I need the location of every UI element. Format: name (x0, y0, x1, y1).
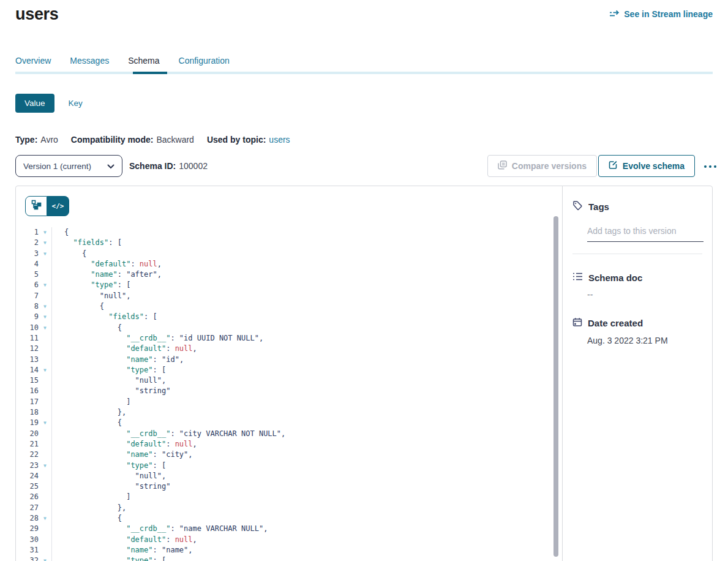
line-number: 11 (16, 333, 39, 344)
tags-heading-label: Tags (588, 201, 609, 212)
add-tags-input[interactable] (587, 226, 704, 242)
code-text: "default": null, (51, 259, 562, 269)
see-in-stream-lineage-link[interactable]: See in Stream lineage (609, 9, 713, 19)
code-line: 19▼ { (16, 418, 562, 428)
tab-messages[interactable]: Messages (70, 56, 109, 68)
code-line: 27 }, (16, 503, 562, 513)
code-text: "default": null, (51, 535, 562, 545)
fold-toggle-icon[interactable]: ▼ (39, 312, 51, 322)
schema-type: Type:Avro (15, 135, 58, 145)
code-text: "__crdb__": "id UUID NOT NULL", (51, 333, 562, 344)
line-number: 14 (16, 365, 39, 375)
code-text: ] (51, 397, 562, 407)
version-dropdown[interactable]: Version 1 (current) (15, 155, 122, 177)
code-line: 30 "default": null, (16, 535, 562, 545)
line-number: 5 (16, 269, 39, 280)
fold-toggle-icon[interactable]: ▼ (39, 249, 51, 259)
tab-overview[interactable]: Overview (15, 56, 51, 68)
code-line: 11 "__crdb__": "id UUID NOT NULL", (16, 333, 562, 344)
tab-configuration[interactable]: Configuration (179, 56, 230, 68)
fold-toggle-icon[interactable]: ▼ (39, 280, 51, 290)
code-text: "string" (51, 481, 562, 492)
fold-toggle-icon[interactable]: ▼ (39, 227, 51, 238)
evolve-schema-button[interactable]: Evolve schema (598, 155, 695, 177)
fold-toggle-icon[interactable]: ▼ (39, 301, 51, 312)
tab-schema[interactable]: Schema (128, 56, 159, 68)
line-number: 8 (16, 301, 39, 312)
code-line: 9▼ "fields": [ (16, 312, 562, 322)
compare-versions-button[interactable]: Compare versions (487, 155, 597, 177)
code-line: 31 "name": "name", (16, 545, 562, 555)
fold-toggle-icon (39, 481, 51, 492)
date-created-section: Date created Aug. 3 2022 3:21 PM (572, 317, 702, 345)
value-toggle-button[interactable]: Value (15, 94, 54, 113)
fold-toggle-icon[interactable]: ▼ (39, 513, 51, 524)
tree-view-button[interactable] (25, 196, 47, 216)
compat-label: Compatibility mode: (71, 135, 154, 145)
code-line: 5 "name": "after", (16, 269, 562, 280)
line-number: 32 (16, 555, 39, 561)
fold-toggle-icon (39, 333, 51, 344)
ellipsis-icon (709, 165, 711, 168)
code-text: { (51, 227, 562, 238)
line-number: 12 (16, 344, 39, 354)
fold-toggle-icon[interactable]: ▼ (39, 418, 51, 428)
chevron-down-icon (107, 162, 114, 171)
fold-toggle-icon (39, 545, 51, 555)
tab-bar: Overview Messages Schema Configuration (15, 56, 249, 68)
tags-heading: Tags (572, 200, 702, 213)
type-value: Avro (40, 135, 58, 145)
compatibility-mode: Compatibility mode:Backward (71, 135, 194, 145)
fold-toggle-icon (39, 450, 51, 460)
schema-doc-heading: Schema doc (572, 272, 702, 283)
fold-toggle-icon (39, 375, 51, 386)
code-line: 21 "default": null, (16, 439, 562, 450)
ellipsis-icon (714, 165, 716, 168)
fold-toggle-icon[interactable]: ▼ (39, 555, 51, 561)
editor-scrollbar[interactable] (554, 216, 558, 557)
sidebar-divider (572, 254, 702, 254)
line-number: 9 (16, 312, 39, 322)
fold-toggle-icon (39, 355, 51, 365)
schema-id: Schema ID:100002 (129, 155, 208, 177)
code-text: { (51, 513, 562, 524)
line-number: 24 (16, 471, 39, 481)
code-text: ] (51, 492, 562, 502)
calendar-icon (572, 317, 582, 329)
key-toggle-button[interactable]: Key (69, 99, 83, 108)
compat-value: Backward (156, 135, 193, 145)
schema-panel: </> 1▼{2▼ "fields": [3▼ {4 "default": nu… (15, 186, 713, 561)
schema-sidebar: Tags Schema doc -- (563, 186, 712, 561)
code-text: "null", (51, 471, 562, 481)
code-line: 22 "name": "city", (16, 450, 562, 460)
code-line: 1▼{ (16, 227, 562, 238)
compare-copy-icon (498, 160, 507, 171)
date-created-value: Aug. 3 2022 3:21 PM (587, 336, 702, 345)
lineage-link-label: See in Stream lineage (624, 9, 713, 19)
code-text: "string" (51, 386, 562, 396)
schema-code-editor[interactable]: 1▼{2▼ "fields": [3▼ {4 "default": null,5… (16, 227, 562, 561)
code-text: "name": "city", (51, 450, 562, 460)
code-line: 29 "__crdb__": "name VARCHAR NULL", (16, 524, 562, 534)
code-text: "__crdb__": "city VARCHAR NOT NULL", (51, 429, 562, 439)
topic-link[interactable]: users (269, 135, 290, 145)
line-number: 31 (16, 545, 39, 555)
fold-toggle-icon[interactable]: ▼ (39, 238, 51, 248)
code-text: "type": [ (51, 461, 562, 471)
more-options-button[interactable] (702, 160, 719, 173)
line-number: 17 (16, 397, 39, 407)
schema-meta: Type:Avro Compatibility mode:Backward Us… (15, 135, 290, 145)
evolve-schema-label: Evolve schema (623, 161, 685, 171)
compare-versions-label: Compare versions (512, 161, 587, 171)
edit-icon (609, 160, 618, 171)
line-number: 16 (16, 386, 39, 396)
line-number: 2 (16, 238, 39, 248)
fold-toggle-icon[interactable]: ▼ (39, 461, 51, 471)
line-number: 27 (16, 503, 39, 513)
fold-toggle-icon[interactable]: ▼ (39, 365, 51, 375)
fold-toggle-icon[interactable]: ▼ (39, 323, 51, 333)
line-number: 20 (16, 429, 39, 439)
tab-underline-track (15, 72, 713, 74)
code-text: }, (51, 503, 562, 513)
code-view-button[interactable]: </> (47, 196, 69, 216)
